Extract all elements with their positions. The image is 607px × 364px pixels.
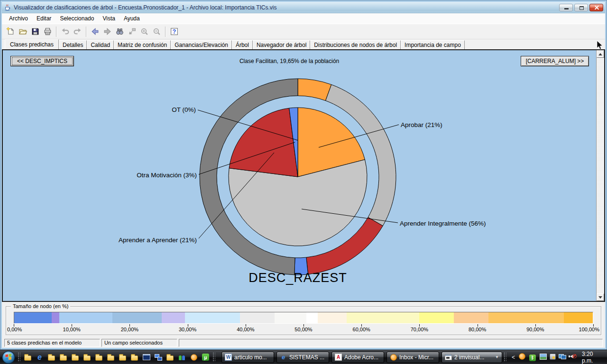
- taskbar-grip[interactable]: [18, 353, 20, 362]
- quick-launch-outlook-icon[interactable]: [190, 353, 198, 361]
- back-icon[interactable]: [89, 26, 101, 38]
- menu-archivo[interactable]: Archivo: [5, 13, 32, 24]
- taskbar-grip[interactable]: [213, 353, 215, 362]
- zoom-out-icon[interactable]: [150, 26, 163, 38]
- mouse-cursor: [597, 41, 603, 51]
- tray-reminder-icon[interactable]: [518, 353, 526, 362]
- chart-field-label: DESC_RAZEST: [248, 271, 347, 285]
- toolbar-separator: [86, 27, 86, 37]
- zoom-in-icon[interactable]: [138, 26, 150, 38]
- redo-icon[interactable]: [71, 26, 83, 38]
- quick-launch-folder-icon[interactable]: [119, 353, 127, 361]
- tab-strip: Clases predichasDetallesCalidadMatriz de…: [2, 39, 605, 49]
- quick-launch-bar: eµ: [22, 353, 211, 361]
- taskbar-button-label: SISTEMAS ...: [289, 354, 326, 361]
- start-button[interactable]: [2, 351, 15, 364]
- tick-label: 10,00%: [63, 327, 81, 332]
- node-size-gradient-bar: [14, 312, 593, 324]
- taskbar-grip[interactable]: [504, 353, 506, 362]
- taskbar-button-label: Adobe Acro...: [344, 354, 381, 361]
- callout-label-ot-0: OT (0%): [172, 106, 196, 113]
- scrollbar-track[interactable]: [597, 58, 604, 293]
- notification-area: < ᛒ 3:20 p.m.: [502, 351, 607, 364]
- tab-distribuciones-de-nodos-de-arbol[interactable]: Distribuciones de nodos de árbol: [310, 40, 401, 49]
- window-controls: [559, 4, 603, 11]
- quick-launch-folder-icon[interactable]: [107, 353, 115, 361]
- taskbar-button-articulo-mo[interactable]: Warticulo mo...: [221, 352, 274, 363]
- quick-launch-ie-icon[interactable]: e: [36, 353, 44, 361]
- minimize-icon: [564, 8, 569, 9]
- tick-label: 40,00%: [237, 327, 254, 332]
- quick-launch-terminal-icon[interactable]: [142, 353, 150, 361]
- callout-label-otra-motivacion-3: Otra Motivación (3%): [137, 172, 197, 179]
- tab-detalles[interactable]: Detalles: [59, 40, 87, 49]
- callout-label-aprender-integralmente-56: Aprender Integralmente (56%): [400, 220, 486, 227]
- tray-volume-muted-icon[interactable]: [569, 353, 577, 362]
- menu-editar[interactable]: Editar: [32, 13, 55, 24]
- save-icon[interactable]: [29, 26, 41, 38]
- find-icon[interactable]: [113, 26, 126, 38]
- tab-calidad[interactable]: Calidad: [87, 40, 114, 49]
- title-bar[interactable]: Visualizador de clasificaciones de árbol…: [2, 2, 605, 13]
- quick-launch-folder-icon[interactable]: [130, 353, 138, 361]
- tab-importancia-de-campo[interactable]: Importancia de campo: [401, 40, 465, 49]
- quick-launch-folder-icon[interactable]: [71, 353, 79, 361]
- menu-seleccionado[interactable]: Seleccionado: [55, 13, 98, 24]
- vertical-scrollbar[interactable]: [596, 50, 604, 301]
- tray-bluetooth-icon[interactable]: ᛒ: [529, 353, 536, 362]
- tick-label: 50,00%: [294, 327, 312, 332]
- menu-vista[interactable]: Vista: [98, 13, 119, 24]
- quick-launch-folder-icon[interactable]: [95, 353, 103, 361]
- tab-navegador-de-arbol[interactable]: Navegador de árbol: [253, 40, 310, 49]
- scroll-down-button[interactable]: [597, 293, 604, 301]
- taskbar-button-adobe-acro[interactable]: AAdobe Acro...: [331, 352, 384, 363]
- undo-icon[interactable]: [59, 26, 71, 38]
- taskbar-button-2-imvisual[interactable]: 2 imvisual...▼: [441, 352, 502, 363]
- taskbar-buttons: Warticulo mo...eSISTEMAS ...AAdobe Acro.…: [221, 352, 502, 363]
- callout-label-aprobar-21: Aprobar (21%): [401, 121, 442, 128]
- quick-launch-folder-icon[interactable]: [24, 353, 32, 361]
- tab-arbol[interactable]: Árbol: [232, 40, 253, 49]
- quick-launch-folder-icon[interactable]: [59, 353, 67, 361]
- tray-photos-icon[interactable]: [539, 353, 547, 362]
- tray-network-icon[interactable]: [559, 353, 566, 362]
- close-button[interactable]: [589, 4, 603, 11]
- taskbar-button-sistemas[interactable]: eSISTEMAS ...: [276, 352, 329, 363]
- tab-ganancias-elevacion[interactable]: Ganancias/Elevación: [171, 40, 232, 49]
- toolbar: ?: [2, 24, 605, 39]
- quick-launch-switcher-icon[interactable]: [154, 353, 162, 361]
- print-icon[interactable]: [41, 26, 54, 38]
- outer-ring-segment-0[interactable]: [298, 79, 331, 100]
- triangle-down-icon: [598, 296, 602, 299]
- open-icon[interactable]: [17, 26, 29, 38]
- tick-label: 30,00%: [179, 327, 196, 332]
- svg-text:?: ?: [172, 28, 175, 35]
- status-cell-selection: Un campo seleccionados: [101, 339, 177, 347]
- quick-launch-utorrent-icon[interactable]: µ: [202, 353, 210, 361]
- tray-usb-icon[interactable]: [550, 353, 556, 362]
- menu-ayuda[interactable]: Ayuda: [120, 13, 144, 24]
- status-cell-empty: [179, 339, 603, 347]
- node-size-axis: 0,00%10,00%20,00%30,00%40,00%50,00%60,00…: [14, 324, 593, 334]
- taskbar-button-inbox-micr[interactable]: Inbox - Micr...: [386, 352, 439, 363]
- toolbar-separator: [56, 27, 56, 37]
- quick-launch-folder-icon[interactable]: [47, 353, 55, 361]
- triangle-up-icon: [598, 53, 602, 55]
- help-icon[interactable]: ?: [168, 26, 180, 38]
- quick-launch-folder-icon[interactable]: [83, 353, 91, 361]
- zoom-window-icon[interactable]: [126, 26, 138, 38]
- quick-launch-messenger-icon[interactable]: [178, 353, 186, 361]
- node-size-group-label: Tamaño de nodo (en %): [11, 303, 70, 309]
- tab-clases-predichas[interactable]: Clases predichas: [5, 39, 59, 49]
- tick-label: 0,00%: [7, 327, 22, 332]
- scroll-up-button[interactable]: [597, 50, 604, 58]
- new-file-icon[interactable]: [4, 26, 17, 38]
- quick-launch-folder-icon[interactable]: [166, 353, 174, 361]
- tab-matriz-de-confusion[interactable]: Matriz de confusión: [114, 40, 171, 49]
- maximize-button[interactable]: [574, 4, 588, 11]
- app-window: Visualizador de clasificaciones de árbol…: [0, 0, 607, 350]
- minimize-button[interactable]: [559, 4, 573, 11]
- taskbar-button-label: articulo mo...: [234, 354, 271, 361]
- forward-icon[interactable]: [101, 26, 113, 38]
- tray-chevron[interactable]: <: [512, 354, 515, 361]
